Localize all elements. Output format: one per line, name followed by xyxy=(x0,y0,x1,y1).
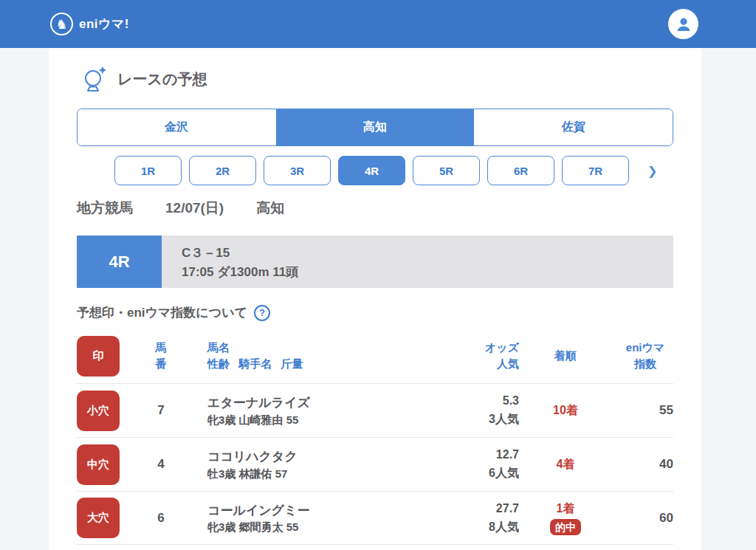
user-avatar-button[interactable] xyxy=(668,9,698,39)
race-tab-2R[interactable]: 2R xyxy=(189,156,256,185)
header-eniuma-index-line2: 指数 xyxy=(617,356,673,372)
race-banner: 4R C３－15 17:05 ダ1300m 11頭 xyxy=(77,236,673,288)
header-horse-name-line2: 性齢 騎手名 斤量 xyxy=(207,356,443,372)
finish-position: 1着 xyxy=(557,501,575,517)
content-card: レースの予想 金沢 高知 佐賀 1R2R3R4R5R6R7R❯ 地方競馬 12/… xyxy=(49,48,701,550)
race-class-label: C３－15 xyxy=(182,244,673,261)
horse-detail: 牝3歳 郷間勇太 55 xyxy=(207,520,443,534)
header-horse-number-line2: 番 xyxy=(134,356,188,372)
prediction-mark-badge: 中穴 xyxy=(77,444,120,485)
race-tabs: 1R2R3R4R5R6R7R❯ xyxy=(77,156,673,185)
header-horse-number: 馬 番 xyxy=(134,340,188,372)
odds-cell: 12.7 6人気 xyxy=(443,446,524,483)
header-mark: 印 xyxy=(77,336,134,377)
horse-detail: 牡3歳 林謙佑 57 xyxy=(207,467,443,481)
odds-value: 27.7 xyxy=(443,500,519,518)
prediction-info-label: 予想印・eniウマ指数について xyxy=(77,304,247,321)
mark-cell: 小穴 xyxy=(77,391,134,431)
popularity-value: 6人気 xyxy=(443,464,519,483)
prediction-info-row: 予想印・eniウマ指数について ? xyxy=(77,304,673,321)
popularity-value: 8人気 xyxy=(443,518,519,537)
header-eniuma-index-line1: eniウマ xyxy=(617,340,673,356)
prediction-mark-badge: 小穴 xyxy=(77,391,120,431)
page-title: レースの予想 xyxy=(117,69,207,89)
prediction-table-body: 小穴 7 エターナルライズ 牝3歳 山崎雅由 55 5.3 3人気 10着 55… xyxy=(77,383,673,545)
race-tab-4R[interactable]: 4R xyxy=(338,156,405,185)
prediction-table-header: 印 馬 番 馬名 性齢 騎手名 斤量 オッズ 人気 着順 eniウマ 指数 xyxy=(77,329,673,383)
result-cell: 1着 的中 xyxy=(524,501,607,535)
popularity-value: 3人気 xyxy=(443,410,519,429)
race-tab-7R[interactable]: 7R xyxy=(562,156,629,185)
horse-number-cell: 6 xyxy=(134,511,188,526)
race-tab-1R[interactable]: 1R xyxy=(114,156,182,185)
race-venue-label: 高知 xyxy=(256,199,284,218)
race-tab-3R[interactable]: 3R xyxy=(264,156,331,185)
race-number-badge: 4R xyxy=(77,236,162,288)
mark-cell: 大穴 xyxy=(77,498,134,538)
venue-tab-kanazawa[interactable]: 金沢 xyxy=(78,109,276,145)
odds-cell: 27.7 8人気 xyxy=(443,500,524,537)
race-details-label: 17:05 ダ1300m 11頭 xyxy=(182,264,673,281)
header-result: 着順 xyxy=(524,349,607,363)
mark-cell: 中穴 xyxy=(77,444,134,485)
finish-position: 10着 xyxy=(553,403,578,419)
header-odds-line1: オッズ xyxy=(443,340,519,356)
help-icon[interactable]: ? xyxy=(254,305,270,321)
mark-header-badge: 印 xyxy=(77,336,120,377)
result-cell: 4着 xyxy=(524,457,607,472)
horse-name: ココリハクタク xyxy=(207,447,443,467)
eniuma-index-cell: 40 xyxy=(607,457,673,472)
odds-value: 12.7 xyxy=(443,446,519,464)
header-odds-line2: 人気 xyxy=(443,356,519,372)
venue-tab-kochi[interactable]: 高知 xyxy=(276,109,475,145)
next-races-button[interactable]: ❯ xyxy=(647,164,657,178)
prediction-table-row: 大穴 6 コールイングミー 牝3歳 郷間勇太 55 27.7 8人気 1着 的中… xyxy=(77,491,673,545)
prediction-mark-badge: 大穴 xyxy=(77,498,120,538)
header-horse-name-line1: 馬名 xyxy=(207,340,443,356)
venue-tabs: 金沢 高知 佐賀 xyxy=(77,109,673,146)
header-horse-name: 馬名 性齢 騎手名 斤量 xyxy=(188,340,443,372)
header-odds: オッズ 人気 xyxy=(443,340,524,372)
venue-tab-saga[interactable]: 佐賀 xyxy=(474,109,673,145)
horse-number-cell: 7 xyxy=(134,403,188,418)
horse-number-cell: 4 xyxy=(134,457,188,472)
horse-name-cell: コールイングミー 牝3歳 郷間勇太 55 xyxy=(188,501,443,534)
prediction-table-row: 中穴 4 ココリハクタク 牡3歳 林謙佑 57 12.7 6人気 4着 40 xyxy=(77,437,673,491)
header-eniuma-index: eniウマ 指数 xyxy=(607,340,673,372)
odds-value: 5.3 xyxy=(443,392,519,410)
eniuma-index-cell: 55 xyxy=(607,403,673,418)
finish-position: 4着 xyxy=(557,457,575,472)
page-title-row: レースの予想 xyxy=(77,66,673,92)
crystal-ball-icon xyxy=(83,66,107,92)
header-horse-number-line1: 馬 xyxy=(134,340,188,356)
race-tab-6R[interactable]: 6R xyxy=(487,156,554,185)
result-cell: 10着 xyxy=(524,403,607,419)
horse-name: エターナルライズ xyxy=(207,393,443,413)
horse-name-cell: ココリハクタク 牡3歳 林謙佑 57 xyxy=(188,447,443,481)
race-description: C３－15 17:05 ダ1300m 11頭 xyxy=(162,236,673,288)
app-logo[interactable]: ♞ eniウマ! xyxy=(50,13,129,35)
horse-detail: 牝3歳 山崎雅由 55 xyxy=(207,413,443,427)
hit-badge: 的中 xyxy=(550,519,581,535)
prediction-table: 印 馬 番 馬名 性齢 騎手名 斤量 オッズ 人気 着順 eniウマ 指数 小穴… xyxy=(77,329,673,545)
race-meta-row: 地方競馬 12/07(日) 高知 xyxy=(77,199,673,218)
race-date-label: 12/07(日) xyxy=(165,199,224,218)
eniuma-index-cell: 60 xyxy=(607,511,673,526)
race-tab-5R[interactable]: 5R xyxy=(413,156,480,185)
horse-name-cell: エターナルライズ 牝3歳 山崎雅由 55 xyxy=(188,393,443,427)
chevron-right-icon: ❯ xyxy=(647,165,657,177)
horse-logo-icon: ♞ xyxy=(50,13,73,35)
prediction-table-row: 小穴 7 エターナルライズ 牝3歳 山崎雅由 55 5.3 3人気 10着 55 xyxy=(77,383,673,437)
race-category-label: 地方競馬 xyxy=(77,199,133,218)
app-logo-text: eniウマ! xyxy=(79,16,129,32)
odds-cell: 5.3 3人気 xyxy=(443,392,524,429)
person-icon xyxy=(675,16,693,33)
horse-name: コールイングミー xyxy=(207,501,443,520)
app-header: ♞ eniウマ! xyxy=(0,0,756,48)
